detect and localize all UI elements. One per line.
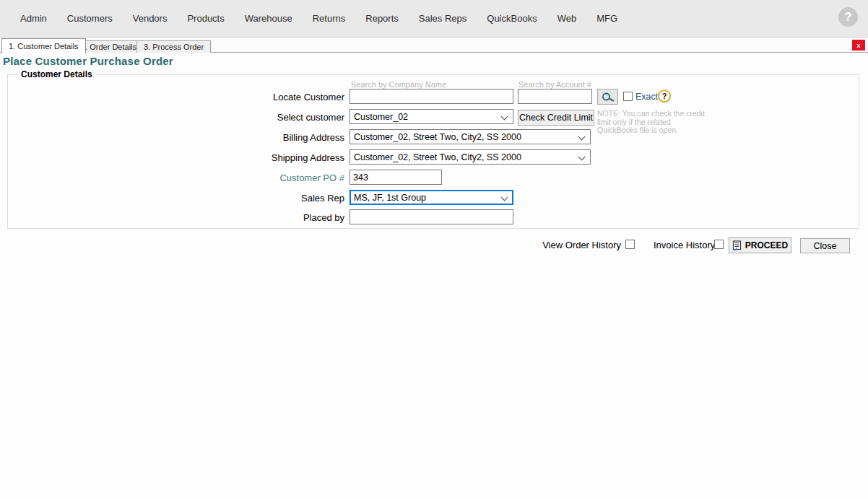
- page-title: Place Customer Purchase Order: [3, 55, 173, 67]
- proceed-label: PROCEED: [745, 240, 788, 250]
- company-search-input[interactable]: [350, 89, 513, 104]
- close-tab-icon[interactable]: x: [852, 40, 865, 51]
- magnifier-icon: [601, 92, 615, 102]
- menu-bar: Admin Customers Vendors Products Warehou…: [0, 0, 868, 38]
- menu-quickbooks[interactable]: QuickBooks: [487, 13, 537, 24]
- menu-returns[interactable]: Returns: [313, 13, 346, 24]
- placed-by-label: Placed by: [217, 212, 344, 223]
- billing-address-label: Billing Address: [217, 132, 344, 143]
- tab-strip: 1. Customer Details 2. Order Details 3. …: [0, 38, 868, 53]
- exact-label: Exact: [635, 92, 658, 102]
- chevron-down-icon: [501, 113, 508, 121]
- account-search-input[interactable]: [518, 89, 592, 104]
- billing-address-value: Customer_02, Street Two, City2, SS 2000: [354, 132, 521, 142]
- menu-mfg[interactable]: MFG: [596, 13, 617, 24]
- sales-rep-value: MS, JF, 1st Group: [354, 193, 426, 203]
- account-search-caption: Search by Account #: [518, 80, 591, 89]
- view-order-history-checkbox[interactable]: [625, 240, 635, 249]
- locate-help-icon[interactable]: ?: [658, 89, 671, 102]
- select-customer-value: Customer_02: [354, 112, 408, 122]
- sales-rep-dropdown[interactable]: MS, JF, 1st Group: [350, 190, 513, 205]
- shipping-address-dropdown[interactable]: Customer_02, Street Two, City2, SS 2000: [350, 149, 591, 165]
- customer-po-input[interactable]: [350, 170, 442, 185]
- placed-by-input[interactable]: [350, 209, 513, 224]
- company-search-caption: Search by Company Name: [351, 80, 446, 89]
- proceed-button[interactable]: PROCEED: [729, 237, 791, 253]
- select-customer-label: Select customer: [217, 112, 344, 123]
- check-credit-limit-button[interactable]: Check Credit Limit: [518, 110, 594, 126]
- app-window: Admin Customers Vendors Products Warehou…: [0, 0, 868, 498]
- credit-limit-note: NOTE: You can check the credit limit onl…: [597, 110, 711, 135]
- menu-web[interactable]: Web: [557, 13, 577, 24]
- help-icon[interactable]: ?: [838, 7, 858, 27]
- select-customer-dropdown[interactable]: Customer_02: [350, 109, 513, 124]
- proceed-icon: [732, 240, 742, 251]
- chevron-down-icon: [501, 194, 508, 201]
- groupbox-label: Customer Details: [17, 69, 96, 79]
- tab-customer-details[interactable]: 1. Customer Details: [1, 38, 86, 53]
- shipping-address-label: Shipping Address: [217, 152, 344, 163]
- exact-checkbox[interactable]: [623, 92, 633, 101]
- chevron-down-icon: [578, 134, 586, 141]
- menu-customers[interactable]: Customers: [67, 13, 113, 24]
- menu-sales-reps[interactable]: Sales Reps: [419, 13, 466, 24]
- view-order-history-label: View Order History: [505, 240, 621, 250]
- tab-process-order[interactable]: 3. Process Order: [136, 40, 211, 53]
- menu-admin[interactable]: Admin: [20, 13, 47, 24]
- billing-address-dropdown[interactable]: Customer_02, Street Two, City2, SS 2000: [350, 129, 591, 144]
- invoice-history-label: Invoice History: [654, 240, 715, 250]
- shipping-address-value: Customer_02, Street Two, City2, SS 2000: [354, 152, 521, 162]
- menu-vendors[interactable]: Vendors: [133, 13, 168, 24]
- chevron-down-icon: [578, 154, 586, 161]
- close-button[interactable]: Close: [800, 238, 850, 253]
- menu-warehouse[interactable]: Warehouse: [245, 13, 292, 24]
- customer-po-label: Customer PO #: [217, 172, 344, 183]
- invoice-history-checkbox[interactable]: [714, 240, 724, 249]
- menu-products[interactable]: Products: [187, 13, 224, 24]
- locate-customer-label: Locate Customer: [217, 92, 344, 102]
- menu-reports[interactable]: Reports: [365, 13, 399, 24]
- sales-rep-label: Sales Rep: [217, 193, 344, 204]
- search-button[interactable]: [597, 89, 618, 105]
